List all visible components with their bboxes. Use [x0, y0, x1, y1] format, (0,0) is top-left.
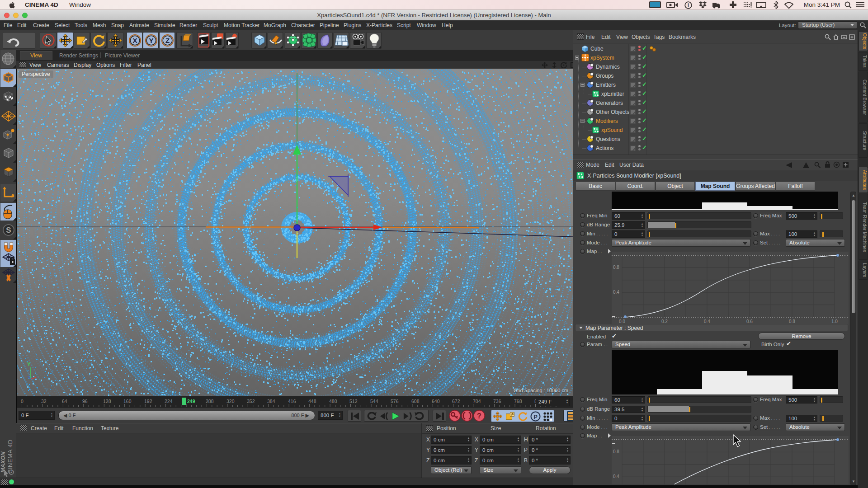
- svg-text:?: ?: [477, 412, 481, 420]
- svg-text:X: X: [132, 37, 137, 44]
- svg-text:i: i: [688, 2, 689, 8]
- svg-text:0.4: 0.4: [613, 474, 619, 479]
- svg-text:1.0: 1.0: [831, 319, 838, 324]
- svg-text:0.8: 0.8: [613, 449, 619, 454]
- svg-text:P: P: [533, 413, 538, 420]
- svg-text:Y: Y: [27, 361, 31, 367]
- svg-text:Y: Y: [149, 37, 153, 44]
- svg-text:0.8: 0.8: [613, 265, 619, 270]
- svg-text:Z: Z: [165, 37, 170, 44]
- svg-text:0.4: 0.4: [613, 290, 619, 295]
- svg-text:0.2: 0.2: [661, 319, 668, 324]
- svg-text:0.4: 0.4: [704, 319, 710, 324]
- svg-text:S: S: [6, 226, 11, 235]
- svg-text:0.0: 0.0: [619, 319, 625, 324]
- svg-text:0.6: 0.6: [746, 319, 753, 324]
- svg-text:0.8: 0.8: [789, 319, 795, 324]
